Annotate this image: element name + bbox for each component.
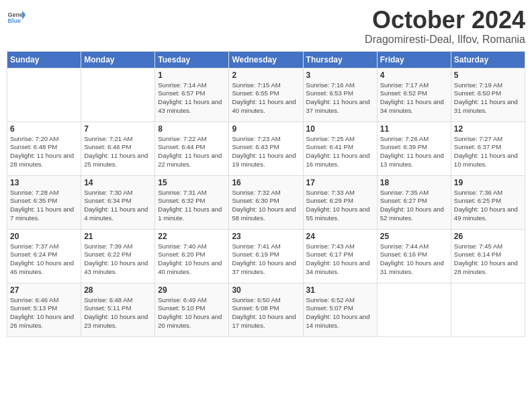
day-number: 20 — [10, 232, 78, 241]
day-number: 22 — [158, 232, 226, 241]
day-number: 16 — [232, 178, 300, 187]
day-info: Sunrise: 6:46 AM Sunset: 5:13 PM Dayligh… — [10, 296, 78, 330]
day-number: 10 — [306, 124, 374, 134]
calendar-table: SundayMondayTuesdayWednesdayThursdayFrid… — [7, 51, 525, 337]
day-info: Sunrise: 7:21 AM Sunset: 6:46 PM Dayligh… — [84, 135, 152, 169]
day-cell: 1Sunrise: 7:14 AM Sunset: 6:57 PM Daylig… — [155, 68, 229, 122]
day-cell: 30Sunrise: 6:50 AM Sunset: 5:08 PM Dayli… — [229, 283, 303, 336]
day-info: Sunrise: 7:39 AM Sunset: 6:22 PM Dayligh… — [84, 242, 152, 277]
day-cell: 5Sunrise: 7:19 AM Sunset: 6:50 PM Daylig… — [451, 68, 525, 122]
week-row-4: 20Sunrise: 7:37 AM Sunset: 6:24 PM Dayli… — [7, 229, 525, 283]
day-cell — [377, 283, 451, 336]
col-header-friday: Friday — [377, 51, 451, 68]
week-row-5: 27Sunrise: 6:46 AM Sunset: 5:13 PM Dayli… — [7, 283, 525, 336]
day-number: 8 — [158, 124, 226, 134]
day-info: Sunrise: 7:16 AM Sunset: 6:53 PM Dayligh… — [306, 81, 374, 116]
day-info: Sunrise: 7:45 AM Sunset: 6:14 PM Dayligh… — [454, 242, 522, 277]
title-block: October 2024 Dragomiresti-Deal, Ilfov, R… — [365, 7, 525, 46]
col-header-monday: Monday — [81, 51, 155, 68]
day-number: 7 — [84, 124, 152, 134]
day-cell: 15Sunrise: 7:31 AM Sunset: 6:32 PM Dayli… — [155, 175, 229, 229]
day-info: Sunrise: 7:15 AM Sunset: 6:55 PM Dayligh… — [232, 81, 300, 116]
day-cell: 26Sunrise: 7:45 AM Sunset: 6:14 PM Dayli… — [451, 229, 525, 283]
col-header-wednesday: Wednesday — [229, 51, 303, 68]
day-number: 26 — [454, 232, 522, 241]
day-cell: 11Sunrise: 7:26 AM Sunset: 6:39 PM Dayli… — [377, 122, 451, 175]
location-title: Dragomiresti-Deal, Ilfov, Romania — [365, 34, 525, 46]
day-info: Sunrise: 7:25 AM Sunset: 6:41 PM Dayligh… — [306, 135, 374, 169]
day-info: Sunrise: 7:27 AM Sunset: 6:37 PM Dayligh… — [454, 135, 522, 169]
day-number: 29 — [158, 285, 226, 295]
svg-text:Blue: Blue — [7, 17, 21, 24]
day-cell: 27Sunrise: 6:46 AM Sunset: 5:13 PM Dayli… — [7, 283, 81, 336]
day-number: 13 — [10, 178, 78, 187]
day-cell: 24Sunrise: 7:43 AM Sunset: 6:17 PM Dayli… — [303, 229, 377, 283]
day-info: Sunrise: 7:43 AM Sunset: 6:17 PM Dayligh… — [306, 242, 374, 277]
day-number: 15 — [158, 178, 226, 187]
month-title: October 2024 — [365, 7, 525, 34]
logo-icon: General Blue — [7, 7, 26, 26]
day-info: Sunrise: 7:26 AM Sunset: 6:39 PM Dayligh… — [380, 135, 448, 169]
day-cell: 12Sunrise: 7:27 AM Sunset: 6:37 PM Dayli… — [451, 122, 525, 175]
day-cell: 29Sunrise: 6:49 AM Sunset: 5:10 PM Dayli… — [155, 283, 229, 336]
day-number: 4 — [380, 71, 448, 80]
day-number: 14 — [84, 178, 152, 187]
day-cell: 10Sunrise: 7:25 AM Sunset: 6:41 PM Dayli… — [303, 122, 377, 175]
day-cell: 14Sunrise: 7:30 AM Sunset: 6:34 PM Dayli… — [81, 175, 155, 229]
col-header-sunday: Sunday — [7, 51, 81, 68]
day-info: Sunrise: 6:52 AM Sunset: 5:07 PM Dayligh… — [306, 296, 374, 330]
day-info: Sunrise: 7:14 AM Sunset: 6:57 PM Dayligh… — [158, 81, 226, 116]
day-cell: 23Sunrise: 7:41 AM Sunset: 6:19 PM Dayli… — [229, 229, 303, 283]
day-cell: 8Sunrise: 7:22 AM Sunset: 6:44 PM Daylig… — [155, 122, 229, 175]
col-header-tuesday: Tuesday — [155, 51, 229, 68]
day-cell: 16Sunrise: 7:32 AM Sunset: 6:30 PM Dayli… — [229, 175, 303, 229]
day-number: 9 — [232, 124, 300, 134]
day-number: 18 — [380, 178, 448, 187]
week-row-1: 1Sunrise: 7:14 AM Sunset: 6:57 PM Daylig… — [7, 68, 525, 122]
day-info: Sunrise: 7:19 AM Sunset: 6:50 PM Dayligh… — [454, 81, 522, 116]
day-cell: 20Sunrise: 7:37 AM Sunset: 6:24 PM Dayli… — [7, 229, 81, 283]
day-cell: 17Sunrise: 7:33 AM Sunset: 6:29 PM Dayli… — [303, 175, 377, 229]
day-cell: 9Sunrise: 7:23 AM Sunset: 6:43 PM Daylig… — [229, 122, 303, 175]
day-cell: 3Sunrise: 7:16 AM Sunset: 6:53 PM Daylig… — [303, 68, 377, 122]
day-number: 5 — [454, 71, 522, 80]
day-number: 17 — [306, 178, 374, 187]
week-row-2: 6Sunrise: 7:20 AM Sunset: 6:48 PM Daylig… — [7, 122, 525, 175]
day-number: 3 — [306, 71, 374, 80]
col-header-saturday: Saturday — [451, 51, 525, 68]
day-number: 2 — [232, 71, 300, 80]
day-info: Sunrise: 7:28 AM Sunset: 6:35 PM Dayligh… — [10, 189, 78, 223]
day-info: Sunrise: 7:33 AM Sunset: 6:29 PM Dayligh… — [306, 189, 374, 223]
day-cell — [81, 68, 155, 122]
day-cell: 25Sunrise: 7:44 AM Sunset: 6:16 PM Dayli… — [377, 229, 451, 283]
day-info: Sunrise: 7:30 AM Sunset: 6:34 PM Dayligh… — [84, 189, 152, 223]
header-row: SundayMondayTuesdayWednesdayThursdayFrid… — [7, 51, 525, 68]
day-number: 1 — [158, 71, 226, 80]
day-info: Sunrise: 6:49 AM Sunset: 5:10 PM Dayligh… — [158, 296, 226, 330]
day-info: Sunrise: 7:44 AM Sunset: 6:16 PM Dayligh… — [380, 242, 448, 277]
day-cell: 18Sunrise: 7:35 AM Sunset: 6:27 PM Dayli… — [377, 175, 451, 229]
page-header: General Blue October 2024 Dragomiresti-D… — [7, 7, 525, 46]
day-number: 27 — [10, 285, 78, 295]
day-cell: 28Sunrise: 6:48 AM Sunset: 5:11 PM Dayli… — [81, 283, 155, 336]
day-info: Sunrise: 7:41 AM Sunset: 6:19 PM Dayligh… — [232, 242, 300, 277]
day-number: 11 — [380, 124, 448, 134]
day-number: 12 — [454, 124, 522, 134]
day-number: 30 — [232, 285, 300, 295]
day-info: Sunrise: 7:35 AM Sunset: 6:27 PM Dayligh… — [380, 189, 448, 223]
day-cell: 31Sunrise: 6:52 AM Sunset: 5:07 PM Dayli… — [303, 283, 377, 336]
day-info: Sunrise: 7:23 AM Sunset: 6:43 PM Dayligh… — [232, 135, 300, 169]
day-info: Sunrise: 7:40 AM Sunset: 6:20 PM Dayligh… — [158, 242, 226, 277]
day-info: Sunrise: 6:48 AM Sunset: 5:11 PM Dayligh… — [84, 296, 152, 330]
day-number: 21 — [84, 232, 152, 241]
day-cell: 6Sunrise: 7:20 AM Sunset: 6:48 PM Daylig… — [7, 122, 81, 175]
col-header-thursday: Thursday — [303, 51, 377, 68]
day-number: 31 — [306, 285, 374, 295]
day-number: 23 — [232, 232, 300, 241]
day-info: Sunrise: 7:37 AM Sunset: 6:24 PM Dayligh… — [10, 242, 78, 277]
day-cell: 7Sunrise: 7:21 AM Sunset: 6:46 PM Daylig… — [81, 122, 155, 175]
day-number: 24 — [306, 232, 374, 241]
day-info: Sunrise: 7:17 AM Sunset: 6:52 PM Dayligh… — [380, 81, 448, 116]
day-cell: 4Sunrise: 7:17 AM Sunset: 6:52 PM Daylig… — [377, 68, 451, 122]
day-number: 25 — [380, 232, 448, 241]
